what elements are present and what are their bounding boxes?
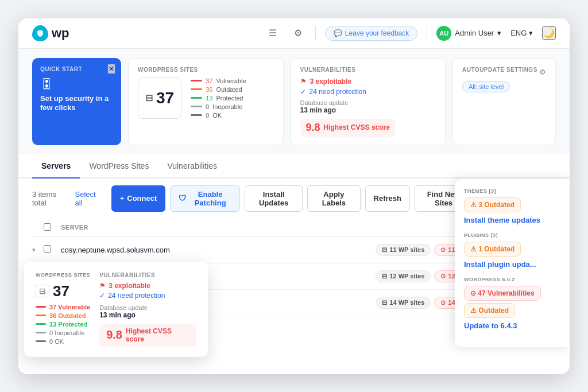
themes-section: THEMES [3] ⚠ 3 Outdated Install theme up… — [464, 188, 560, 224]
install-updates-button[interactable]: Install Updates — [245, 185, 303, 212]
cvss-badge: 9.8 Highest CVSS score — [300, 119, 396, 137]
header-divider — [315, 26, 316, 40]
vuln-exploitable: ⚑ 3 exploitable — [300, 77, 436, 86]
shield-icon: 🛡 — [179, 194, 186, 203]
wp-sites-badge-1: ⊟ 11 WP sites — [376, 244, 431, 256]
overlay-sites-label: WORDPRESS SITES — [36, 272, 90, 278]
legend-count-outdated: 36 — [206, 86, 212, 93]
sites-count: ⊟ 37 — [138, 77, 181, 119]
autoupdate-title: AUTOUPDATE SETTINGS — [462, 67, 537, 73]
legend-label-protected: Protected — [216, 95, 243, 102]
ol-inoperable: 0 Inoperable — [36, 329, 90, 336]
wp-sites-icon-2: ⊟ — [382, 273, 387, 280]
overlay-sites-count-icon: ⊟ — [36, 285, 49, 297]
wp-sites-card: WORDPRESS SITES ⊟ 37 37 Vulnerable 36 O — [128, 58, 284, 145]
install-plugin-updates-link[interactable]: Install plugin upda... — [464, 260, 560, 269]
connect-button[interactable]: + Connect — [111, 185, 166, 212]
wp-sites-badge-2: ⊟ 12 WP sites — [376, 270, 431, 282]
ol-orange — [36, 315, 46, 316]
list-view-icon[interactable]: ☰ — [265, 25, 281, 41]
overlay-vulns-title: VULNERABILITIES — [99, 272, 196, 278]
enable-patching-button[interactable]: 🛡 Enable Patching — [170, 185, 240, 212]
ol-ok-text: 0 OK — [49, 338, 64, 345]
overlay-exploitable: ⚑ 3 exploitable — [99, 282, 196, 290]
logo-shield-icon — [32, 25, 48, 41]
legend-line-green — [191, 97, 202, 99]
plugins-title: PLUGINS [3] — [464, 232, 560, 238]
legend-count-inoperable: 0 — [206, 103, 209, 110]
ol-ok: 0 OK — [36, 338, 90, 345]
ol-red — [36, 306, 46, 308]
install-theme-updates-link[interactable]: Install theme updates — [464, 216, 560, 224]
ol-green — [36, 323, 46, 325]
legend-line-red — [191, 80, 202, 81]
wordpress-update-link[interactable]: Update to 6.4.3 — [464, 321, 560, 330]
ol-protected: 13 Protected — [36, 321, 90, 328]
ol-outdated: 36 Outdated — [36, 312, 90, 319]
right-details-panel: THEMES [3] ⚠ 3 Outdated Install theme up… — [455, 179, 570, 347]
apply-labels-button[interactable]: Apply Labels — [307, 185, 360, 212]
wordpress-vuln-badge: ⊙ 47 Vulnerabilities — [464, 286, 541, 301]
legend-line-orange — [191, 88, 202, 90]
overlay-legend: 37 Vulnerable 36 Outdated 13 Protected 0… — [36, 304, 90, 345]
overlay-protection-text: 24 need protection — [108, 292, 165, 300]
user-menu-button[interactable]: AU Admin User ▾ — [436, 26, 501, 41]
quick-start-description: Set up security in a few clicks — [40, 94, 113, 114]
autoupdate-card: AUTOUPDATE SETTINGS ⚙ All: site level — [452, 58, 556, 145]
select-all-checkbox[interactable] — [44, 223, 51, 231]
quick-start-close-button[interactable]: ✕ — [107, 64, 115, 74]
tab-servers[interactable]: Servers — [32, 154, 80, 178]
autoupdate-badge: All: site level — [462, 81, 510, 92]
update-time: 13 min ago — [300, 106, 436, 114]
ol-vulnerable-text: 37 Vulnerable — [49, 304, 90, 311]
legend-count-vulnerable: 37 — [206, 77, 212, 84]
sites-count-icon: ⊟ — [145, 92, 153, 103]
wordpress-section: WORDPRESS 6.0.2 ⊙ 47 Vulnerabilities ⚠ O… — [464, 277, 560, 330]
wp-sites-badge-3: ⊟ 14 WP sites — [376, 297, 431, 309]
expand-row-1-button[interactable]: ▾ — [32, 246, 44, 254]
overlay-summary-card: WORDPRESS SITES ⊟ 37 37 Vulnerable 36 Ou… — [24, 262, 208, 357]
legend-item-vulnerable: 37 Vulnerable — [191, 77, 246, 84]
vulnerable-icon-1: ⊙ — [440, 246, 446, 254]
quick-start-card: QUICK START ✕ 🎛 Set up security in a few… — [32, 58, 121, 145]
header: wp ☰ ⚙ 💬 Leave your feedback AU Admin Us… — [18, 18, 570, 49]
quick-start-icon: 🎛 — [40, 77, 113, 92]
avatar: AU — [436, 26, 451, 41]
dark-mode-icon[interactable]: 🌙 — [542, 26, 556, 40]
chevron-down-icon: ▾ — [497, 29, 501, 37]
exploitable-icon: ⚑ — [300, 77, 307, 86]
feedback-button[interactable]: 💬 Leave your feedback — [325, 26, 417, 41]
ol-vulnerable: 37 Vulnerable — [36, 304, 90, 311]
server-name-1: cosy.neptune.wpsd.solusvm.com — [61, 246, 376, 254]
settings-icon[interactable]: ⚙ — [290, 25, 306, 41]
logo: wp — [32, 25, 69, 41]
legend-item-outdated: 36 Outdated — [191, 86, 246, 93]
feedback-label: Leave your feedback — [345, 29, 409, 37]
tab-vulnerabilities[interactable]: Vulnerabilities — [158, 154, 226, 178]
select-all-button[interactable]: Select all — [75, 190, 102, 207]
ol-outdated-text: 36 Outdated — [49, 312, 86, 319]
tab-wp-sites[interactable]: WordPress Sites — [80, 154, 158, 178]
vulns-card-title: VULNERABILITIES — [300, 67, 436, 73]
overlay-count-wrap: ⊟ 37 — [36, 282, 90, 300]
wordpress-outdated-badge: ⚠ Outdated — [464, 303, 515, 318]
quick-start-title: QUICK START — [40, 66, 113, 72]
sites-grid: ⊟ 37 37 Vulnerable 36 Outdated — [138, 77, 274, 119]
legend-label-outdated: Outdated — [216, 86, 242, 93]
overlay-cvss-label: Highest CVSS score — [126, 327, 189, 343]
row-1-checkbox[interactable] — [44, 245, 61, 254]
legend-count-ok: 0 — [206, 112, 209, 119]
sites-count-value: 37 — [156, 89, 174, 107]
update-label: Database update — [300, 99, 436, 106]
legend-label-ok: OK — [212, 112, 222, 119]
overlay-update-time: 13 min ago — [99, 311, 196, 319]
ol-inoperable-text: 0 Inoperable — [49, 329, 84, 336]
wordpress-version-title: WORDPRESS 6.0.2 — [464, 277, 560, 282]
refresh-button[interactable]: Refresh — [365, 185, 410, 212]
cvss-score: 9.8 — [306, 122, 320, 134]
language-selector[interactable]: ENG ▾ — [510, 29, 533, 37]
autoupdate-settings-icon[interactable]: ⚙ — [539, 68, 546, 76]
vulnerabilities-card: VULNERABILITIES ⚑ 3 exploitable ✓ 24 nee… — [291, 58, 446, 145]
legend-label-inoperable: Inoperable — [212, 103, 242, 110]
cvss-label: Highest CVSS score — [324, 123, 390, 131]
